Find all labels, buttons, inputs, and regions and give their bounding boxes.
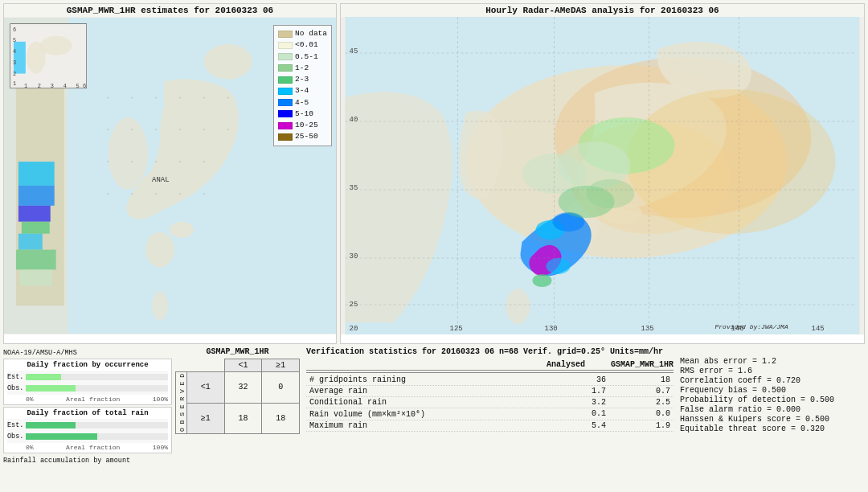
chart-rain-bars: Est. Obs.	[7, 419, 168, 443]
col-header-ge1: ≥1	[262, 359, 300, 372]
left-map-area: 6 5 4 3 2 1 1 2 3 4 5 6	[4, 17, 336, 334]
axis-label-mid: Areal fraction	[66, 396, 120, 403]
stats-analysed-1: 1.7	[545, 386, 609, 396]
svg-point-32	[131, 96, 133, 98]
stats-row-3: Rain volume (mm×km²×10⁶) 0.1 0.0	[306, 408, 674, 420]
legend-label-1-2: 1-2	[295, 63, 309, 74]
svg-text:4: 4	[63, 83, 67, 89]
contingency-table: <1 ≥1 O B S E R V E D <1 32 0 ≥1 18 18	[175, 359, 300, 434]
svg-text:35: 35	[350, 184, 358, 192]
stats-header-analysed: Analysed	[545, 359, 609, 371]
legend-label-4-5: 4-5	[295, 97, 309, 109]
svg-point-34	[179, 96, 181, 98]
legend-label-lt001: <0.01	[295, 39, 318, 51]
legend-label-2-3: 2-3	[295, 74, 309, 85]
svg-text:40: 40	[350, 116, 358, 124]
legend-swatch-2-3	[278, 76, 293, 84]
stats-row-2: Conditional rain 3.2 2.5	[306, 397, 674, 408]
est-rain-bar-row: Est.	[7, 421, 168, 429]
svg-text:45: 45	[350, 47, 358, 55]
svg-point-51	[179, 193, 181, 195]
legend-label-nodata: No data	[295, 28, 327, 39]
svg-text:130: 130	[545, 325, 558, 333]
obs-rain-bar-row: Obs.	[7, 433, 168, 441]
stats-row-4: Maximum rain 5.4 1.9	[306, 420, 674, 432]
axis-label-100-rain: 100%	[153, 444, 168, 451]
svg-rect-13	[16, 250, 56, 270]
stats-analysed-4: 5.4	[545, 420, 609, 431]
legend-item-lt001: <0.01	[278, 39, 327, 51]
chart-occurrence-title: Daily fraction by occurrence	[7, 361, 168, 369]
svg-rect-8	[18, 162, 55, 186]
svg-rect-10	[18, 206, 51, 222]
svg-point-5	[204, 44, 252, 80]
stats-label-4: Maximum rain	[306, 420, 545, 431]
cell-lt1-ge1: 0	[262, 372, 300, 404]
chart-occurrence-bars: Est. Obs.	[7, 371, 168, 395]
legend-item-10-25: 10-25	[278, 120, 327, 131]
svg-text:125: 125	[450, 325, 463, 333]
svg-point-43	[107, 161, 108, 162]
metrics-panel: Mean abs error = 1.2 RMS error = 1.6 Cor…	[680, 347, 865, 490]
legend-label-25-50: 25-50	[295, 131, 318, 142]
svg-point-50	[155, 193, 157, 195]
rainfall-label: Rainfall accumulation by amount	[3, 457, 172, 465]
svg-text:5 6: 5 6	[76, 83, 87, 89]
stats-gsmap-0: 18	[609, 375, 674, 385]
obs-bar-row: Obs.	[7, 384, 168, 392]
left-map-title: GSMAP_MWR_1HR estimates for 20160323 06	[4, 4, 336, 17]
metric-6: Hanssen & Kuipers score = 0.500	[680, 415, 865, 424]
chart-rain-title: Daily fraction of total rain	[7, 409, 168, 417]
svg-point-4	[170, 222, 194, 238]
svg-point-45	[155, 161, 157, 162]
charts-panel: NOAA-19/AMSU-A/MHS Daily fraction by occ…	[3, 347, 172, 490]
daily-rain-chart: Daily fraction of total rain Est. Obs.	[3, 407, 172, 453]
stats-label-1: Average rain	[306, 386, 545, 396]
legend-item-5-10: 5-10	[278, 109, 327, 120]
svg-rect-11	[22, 222, 50, 234]
svg-point-33	[155, 96, 157, 98]
stats-row-0: # gridpoints raining 36 18	[306, 375, 674, 386]
axis-label-0-rain: 0%	[26, 444, 34, 451]
legend-swatch-05-1	[278, 53, 293, 60]
right-map-panel: Hourly Radar-AMeDAS analysis for 2016032…	[340, 3, 865, 344]
legend-swatch-1-2	[278, 64, 293, 72]
axis-label-0: 0%	[26, 396, 34, 403]
svg-text:20: 20	[350, 325, 358, 333]
stats-header-gsmap: GSMAP_MWR_1HR	[609, 359, 674, 371]
svg-text:135: 135	[641, 325, 654, 333]
legend-item-4-5: 4-5	[278, 97, 327, 109]
svg-point-47	[203, 161, 205, 162]
legend-item-25-50: 25-50	[278, 131, 327, 142]
stats-gsmap-1: 0.7	[609, 386, 674, 396]
svg-point-41	[203, 129, 205, 130]
legend-swatch-5-10	[278, 110, 293, 117]
stats-grid: Analysed GSMAP_MWR_1HR	[306, 359, 674, 371]
svg-point-37	[107, 129, 108, 130]
svg-point-6	[152, 291, 168, 320]
stats-gsmap-3: 0.0	[609, 408, 674, 420]
row-header-ge1: ≥1	[187, 403, 225, 434]
contingency-panel: GSMAP_MWR_1HR <1 ≥1 O B S E R V E D <1 3…	[175, 347, 300, 490]
top-row: GSMAP_MWR_1HR estimates for 20160323 06	[0, 0, 868, 346]
stats-analysed-2: 3.2	[545, 397, 609, 408]
stats-label-0: # gridpoints raining	[306, 375, 545, 385]
map-legend: No data <0.01 0.5-1 1-2	[273, 25, 332, 146]
svg-point-38	[131, 129, 133, 130]
stats-header-label	[306, 359, 545, 371]
svg-text:3: 3	[51, 83, 54, 89]
svg-text:30: 30	[350, 252, 358, 260]
est-bar-row: Est.	[7, 373, 168, 381]
svg-point-39	[155, 129, 157, 130]
svg-point-46	[179, 161, 181, 162]
svg-point-48	[107, 193, 108, 195]
svg-text:2: 2	[13, 71, 16, 77]
obs-rain-bar-bg	[26, 433, 168, 440]
svg-point-42	[227, 129, 229, 130]
svg-text:2: 2	[38, 83, 41, 89]
obs-label: Obs.	[7, 384, 23, 392]
svg-text:Provided by:JWA/JMA: Provided by:JWA/JMA	[715, 323, 788, 330]
obs-bar-bg	[26, 385, 168, 392]
svg-text:3: 3	[13, 59, 16, 66]
legend-label-05-1: 0.5-1	[295, 51, 318, 63]
